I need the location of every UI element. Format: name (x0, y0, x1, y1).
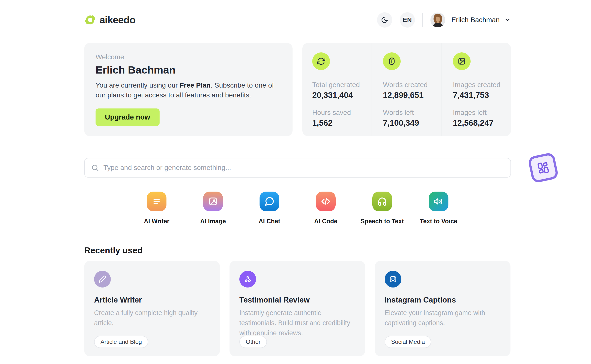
search-icon (91, 164, 99, 172)
sync-icon (312, 52, 330, 70)
card-tag: Social Media (385, 336, 431, 348)
header-divider (422, 13, 423, 27)
moon-icon (381, 16, 388, 24)
header-actions: EN E (377, 12, 511, 28)
search-bar (84, 158, 511, 178)
language-label: EN (403, 16, 412, 24)
chat-bubble-icon (260, 192, 279, 211)
card-title: Testimonial Review (239, 296, 355, 304)
stat-label: Words created (383, 81, 442, 89)
stat-label: Words left (383, 109, 442, 117)
tools-row: AI Writer AI Image AI Chat (84, 192, 511, 225)
tool-ai-image[interactable]: AI Image (203, 192, 223, 225)
recent-card-testimonial-review[interactable]: Testimonial Review Instantly generate au… (230, 261, 365, 356)
stars-icon (239, 271, 256, 288)
tool-label: Text to Voice (420, 218, 457, 225)
tool-ai-chat[interactable]: AI Chat (260, 192, 279, 225)
search-input[interactable] (103, 164, 504, 172)
text-lines-icon (147, 192, 166, 211)
instagram-icon (385, 271, 401, 288)
tool-ai-code[interactable]: AI Code (316, 192, 336, 225)
card-description: Elevate your Instagram game with captiva… (385, 308, 501, 328)
code-icon (316, 192, 336, 211)
header: aikeedo EN (84, 10, 511, 30)
card-description: Create a fully complete high quality art… (94, 308, 210, 328)
stat-value: 7,100,349 (383, 118, 442, 128)
text-icon (383, 52, 401, 70)
tool-label: AI Writer (144, 218, 169, 225)
chevron-down-icon (504, 16, 511, 23)
logo[interactable]: aikeedo (84, 14, 135, 26)
tool-label: AI Chat (259, 218, 280, 225)
logo-icon (84, 14, 96, 26)
card-title: Instagram Captions (385, 296, 501, 304)
card-description: Instantly generate authentic testimonial… (239, 308, 355, 338)
headphones-icon (372, 192, 392, 211)
tool-ai-writer[interactable]: AI Writer (147, 192, 166, 225)
user-menu[interactable]: Erlich Bachman (430, 12, 511, 28)
logo-text: aikeedo (99, 14, 135, 26)
plan-name: Free Plan (180, 81, 211, 89)
stat-value: 12,899,651 (383, 91, 442, 100)
stat-column-images: Images created 7,431,753 Images left 12,… (442, 43, 511, 136)
stat-label: Images created (453, 81, 511, 89)
stat-label: Images left (453, 109, 511, 117)
dashboard-page: aikeedo EN (0, 0, 591, 364)
card-tag: Article and Blog (94, 336, 148, 348)
stat-label: Hours saved (312, 109, 372, 117)
user-name: Erlich Bachman (451, 16, 500, 24)
usage-stats-card: Total generated 20,331,404 Hours saved 1… (302, 43, 511, 136)
stat-column-generated: Total generated 20,331,404 Hours saved 1… (302, 43, 372, 136)
apps-grid-icon (534, 159, 552, 177)
upgrade-button[interactable]: Upgrade now (96, 108, 160, 126)
plan-description: You are currently using our Free Plan. S… (96, 80, 281, 100)
photo-icon (203, 192, 223, 211)
stat-value: 1,562 (312, 118, 372, 128)
welcome-card: Welcome Erlich Bachman You are currently… (84, 43, 293, 136)
stat-value: 7,431,753 (453, 91, 511, 100)
tool-label: AI Image (200, 218, 226, 225)
speaker-icon (429, 192, 448, 211)
recently-used-heading: Recently used (84, 245, 143, 255)
stat-value: 12,568,247 (453, 118, 511, 128)
language-button[interactable]: EN (400, 12, 415, 28)
dark-mode-toggle[interactable] (377, 12, 392, 28)
stat-label: Total generated (312, 81, 372, 89)
image-icon (453, 52, 471, 70)
tool-label: AI Code (314, 218, 337, 225)
apps-grid-badge[interactable] (527, 152, 559, 183)
tool-text-to-voice[interactable]: Text to Voice (429, 192, 448, 225)
pencil-icon (94, 271, 111, 288)
tool-speech-to-text[interactable]: Speech to Text (372, 192, 392, 225)
recent-card-article-writer[interactable]: Article Writer Create a fully complete h… (84, 261, 220, 356)
recent-card-instagram-captions[interactable]: Instagram Captions Elevate your Instagra… (375, 261, 510, 356)
avatar (430, 12, 445, 28)
card-tag: Other (239, 336, 267, 348)
welcome-eyebrow: Welcome (96, 53, 281, 61)
stat-column-words: Words created 12,899,651 Words left 7,10… (372, 43, 442, 136)
welcome-user-name: Erlich Bachman (96, 64, 281, 76)
tool-label: Speech to Text (361, 218, 404, 225)
stat-value: 20,331,404 (312, 91, 372, 100)
card-title: Article Writer (94, 296, 210, 304)
